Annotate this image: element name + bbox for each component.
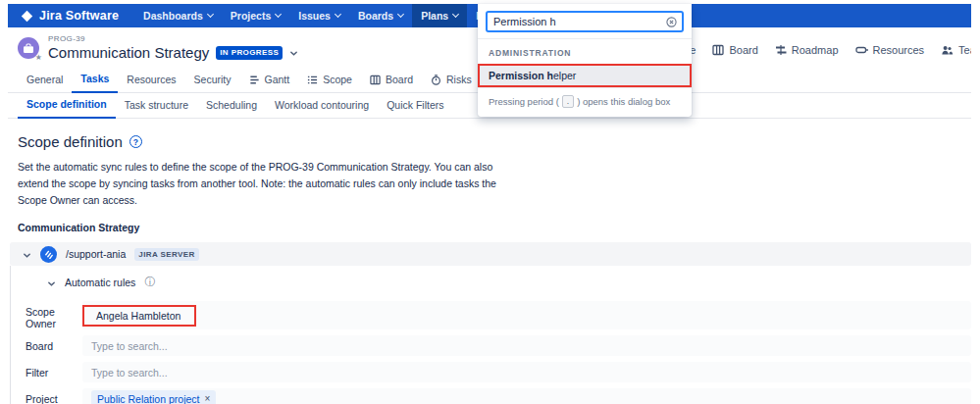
nav-item-dashboards[interactable]: Dashboards [134, 4, 222, 27]
toolbar-team[interactable]: Team [941, 44, 971, 56]
tab-board[interactable]: Board [361, 69, 422, 92]
jira-diamond-icon [21, 10, 33, 23]
info-icon[interactable]: ⓘ [144, 276, 155, 289]
board-row: Board Type to search... [26, 335, 971, 356]
project-field[interactable]: Public Relation project × [82, 388, 971, 404]
project-identity: ★ PROG-39 Communication Strategy IN PROG… [18, 34, 298, 61]
connection-details: Automatic rules ⓘ Scope Owner Angela Ham… [10, 266, 971, 404]
clear-search-icon[interactable] [666, 17, 677, 27]
jira-server-icon [40, 246, 57, 263]
tab-general[interactable]: General [18, 69, 72, 92]
tab-risks[interactable]: Risks [422, 69, 481, 92]
subtab-scheduling[interactable]: Scheduling [197, 94, 266, 118]
search-result-permission-helper[interactable]: Permission helper [478, 64, 692, 87]
chevron-down-icon [275, 11, 282, 18]
brand-label: Jira Software [39, 9, 119, 23]
roadmap-icon [775, 44, 787, 56]
scope-definition-description: Set the automatic sync rules to define t… [18, 159, 506, 208]
star-icon: ★ [35, 53, 42, 62]
chevron-down-icon [335, 11, 341, 18]
scope-owner-row: Scope Owner Angela Hambleton [26, 301, 971, 329]
project-row: Project Public Relation project × [26, 388, 971, 404]
scope-owner-value-annotated[interactable]: Angela Hambleton [82, 305, 196, 327]
nav-item-plans[interactable]: Plans [412, 4, 467, 27]
page-title: Communication Strategy [48, 44, 209, 61]
nav-item-projects[interactable]: Projects [222, 4, 289, 27]
quick-search-input[interactable] [486, 11, 684, 32]
chevron-down-icon [397, 11, 404, 18]
dialog-hint: Pressing period ( . ) opens this dialog … [478, 88, 692, 117]
nav-item-issues[interactable]: Issues [289, 4, 349, 27]
subtab-workload-contouring[interactable]: Workload contouring [266, 94, 378, 118]
board-columns-icon [370, 75, 381, 85]
filter-row: Filter Type to search... [26, 362, 971, 382]
status-badge[interactable]: IN PROGRESS [216, 46, 283, 60]
board-search-input[interactable]: Type to search... [82, 335, 971, 356]
battery-icon [855, 44, 868, 56]
project-label: Project [26, 388, 82, 404]
filter-search-input[interactable]: Type to search... [82, 362, 971, 382]
nav-item-boards[interactable]: Boards [349, 4, 412, 27]
tab-tasks[interactable]: Tasks [72, 68, 118, 93]
remove-tag-icon[interactable]: × [204, 393, 210, 404]
connection-name: /support-ania [66, 248, 126, 260]
section-title: Communication Strategy [18, 222, 980, 233]
toolbar-roadmap[interactable]: Roadmap [775, 44, 839, 56]
scope-owner-field[interactable]: Angela Hambleton [82, 301, 971, 329]
board-label: Board [26, 335, 82, 356]
toolbar-resources[interactable]: Resources [855, 44, 925, 56]
results-section-header: ADMINISTRATION [478, 39, 692, 64]
board-columns-icon [712, 44, 724, 56]
automatic-rules-row[interactable]: Automatic rules ⓘ [11, 274, 971, 301]
subtab-scope-definition[interactable]: Scope definition [18, 93, 116, 119]
help-icon[interactable]: ? [129, 135, 142, 148]
chevron-down-icon[interactable] [23, 251, 31, 260]
scope-owner-label: Scope Owner [26, 301, 82, 329]
tab-gantt[interactable]: Gantt [240, 69, 299, 92]
subtab-quick-filters[interactable]: Quick Filters [378, 94, 452, 118]
timer-icon [431, 75, 441, 85]
project-tag[interactable]: Public Relation project × [91, 390, 216, 404]
jira-app-window: Jira Software Dashboards Projects Issues… [0, 0, 980, 404]
toolbar-board[interactable]: Board [712, 44, 757, 56]
project-key: PROG-39 [48, 34, 298, 43]
project-avatar: ★ [18, 37, 39, 59]
tab-scope[interactable]: Scope [298, 69, 361, 92]
chevron-down-icon[interactable] [289, 49, 298, 58]
chevron-down-icon [452, 11, 459, 18]
chevron-down-icon [207, 11, 214, 18]
quick-search-dialog: ADMINISTRATION Permission helper Pressin… [478, 4, 692, 117]
filter-label: Filter [26, 362, 82, 382]
jira-logo[interactable]: Jira Software [21, 9, 119, 23]
connection-row[interactable]: /support-ania JIRA SERVER [10, 242, 971, 266]
team-icon [941, 44, 954, 56]
list-icon [307, 75, 318, 85]
gantt-icon [249, 75, 260, 85]
tab-resources[interactable]: Resources [118, 69, 184, 92]
connection-type-badge: JIRA SERVER [134, 248, 198, 261]
period-keycap: . [562, 95, 574, 108]
subtab-task-structure[interactable]: Task structure [116, 94, 197, 118]
chevron-down-icon[interactable] [47, 279, 56, 288]
scope-sync-panel: /support-ania JIRA SERVER Automatic rule… [10, 242, 971, 404]
briefcase-icon [23, 43, 34, 54]
tab-security[interactable]: Security [185, 69, 240, 92]
automatic-rules-label: Automatic rules [65, 277, 135, 288]
scope-definition-heading: Scope definition ? [18, 133, 980, 150]
